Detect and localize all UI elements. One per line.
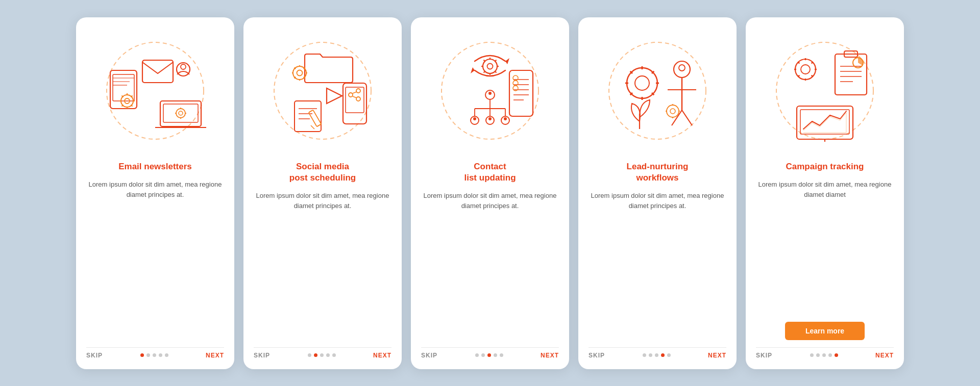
svg-point-85 [488, 117, 492, 120]
card-contact-list: Contactlist updating Lorem ipsum dolor s… [411, 17, 569, 369]
dot-5-1 [816, 353, 820, 357]
card-email-newsletters: Email newsletters Lorem ipsum dolor sit … [76, 17, 234, 369]
svg-marker-53 [505, 58, 509, 64]
dots-3 [475, 353, 503, 357]
dot-5-3 [828, 353, 832, 357]
card-title-social: Social mediapost scheduling [289, 161, 356, 184]
illustration-contact [429, 30, 551, 152]
dots-2 [308, 353, 336, 357]
dot-2-2 [320, 353, 324, 357]
skip-button-5[interactable]: SKIP [756, 352, 772, 359]
dots-1 [140, 353, 168, 357]
dot-4-0 [643, 353, 646, 357]
svg-point-30 [297, 70, 303, 75]
svg-rect-16 [142, 60, 173, 83]
illustration-email [94, 30, 216, 152]
svg-point-0 [107, 42, 204, 139]
learn-more-button[interactable]: Learn more [785, 322, 865, 340]
card-footer-contact: SKIP NEXT [421, 347, 559, 359]
dot-2-3 [326, 353, 330, 357]
card-body-campaign: Lorem ipsum dolor sit dim amet, mea regi… [756, 179, 894, 313]
svg-line-121 [798, 75, 799, 76]
card-title-email: Email newsletters [118, 161, 192, 172]
svg-point-56 [487, 63, 493, 69]
dot-3-3 [494, 353, 497, 357]
dot-1-4 [165, 353, 168, 357]
illustration-social [261, 30, 384, 152]
dot-2-0 [308, 353, 311, 357]
svg-line-63 [495, 60, 497, 61]
next-button-5[interactable]: NEXT [875, 352, 894, 359]
dot-3-4 [500, 353, 503, 357]
dot-3-0 [475, 353, 479, 357]
dot-2-1 [314, 353, 317, 357]
svg-point-22 [176, 109, 185, 118]
svg-marker-54 [471, 67, 475, 73]
card-footer-email: SKIP NEXT [86, 347, 224, 359]
svg-line-119 [812, 75, 813, 76]
skip-button-1[interactable]: SKIP [86, 352, 103, 359]
svg-rect-20 [163, 104, 198, 122]
svg-point-111 [776, 42, 873, 139]
svg-rect-40 [346, 87, 364, 113]
card-campaign-tracking: Campaign tracking Lorem ipsum dolor sit … [746, 17, 904, 369]
svg-line-61 [484, 60, 485, 61]
svg-point-42 [356, 89, 360, 93]
skip-button-2[interactable]: SKIP [254, 352, 270, 359]
dot-1-1 [146, 353, 150, 357]
card-footer-campaign: SKIP NEXT [756, 347, 894, 359]
svg-point-41 [349, 93, 353, 97]
dots-4 [643, 353, 671, 357]
card-footer-lead: SKIP NEXT [589, 347, 726, 359]
svg-point-43 [356, 97, 360, 101]
svg-line-118 [798, 62, 799, 63]
card-body-contact: Lorem ipsum dolor sit dim amet, mea regi… [421, 191, 559, 338]
svg-point-18 [181, 64, 186, 69]
svg-point-23 [179, 111, 183, 115]
dot-1-0 [140, 353, 144, 357]
svg-line-102 [682, 110, 692, 125]
svg-line-64 [484, 71, 485, 72]
card-title-contact: Contactlist updating [464, 161, 516, 184]
svg-point-84 [473, 117, 476, 120]
skip-button-3[interactable]: SKIP [421, 352, 437, 359]
skip-button-4[interactable]: SKIP [589, 352, 605, 359]
dot-3-1 [481, 353, 485, 357]
dot-4-1 [649, 353, 652, 357]
dots-5 [810, 353, 838, 357]
illustration-lead [596, 30, 719, 152]
svg-point-86 [504, 117, 507, 120]
card-lead-nurturing: Lead-nurturingworkflows Lorem ipsum dolo… [578, 17, 737, 369]
dot-1-3 [159, 353, 162, 357]
dot-5-4 [835, 353, 838, 357]
card-body-email: Lorem ipsum dolor sit dim amet, mea regi… [86, 179, 224, 338]
dot-1-2 [153, 353, 156, 357]
dot-2-4 [332, 353, 336, 357]
svg-line-44 [353, 92, 357, 93]
card-social-media: Social mediapost scheduling Lorem ipsum … [243, 17, 402, 369]
svg-point-113 [801, 65, 810, 74]
card-body-lead: Lorem ipsum dolor sit dim amet, mea regi… [589, 191, 726, 338]
svg-line-101 [672, 110, 682, 125]
svg-point-105 [667, 105, 679, 117]
illustration-campaign [764, 30, 886, 152]
next-button-2[interactable]: NEXT [373, 352, 391, 359]
dot-4-3 [661, 353, 665, 357]
dot-3-2 [487, 353, 491, 357]
svg-line-120 [812, 62, 813, 63]
card-footer-social: SKIP NEXT [254, 347, 391, 359]
svg-point-89 [635, 76, 649, 90]
dot-5-0 [810, 353, 814, 357]
card-body-social: Lorem ipsum dolor sit dim amet, mea regi… [254, 191, 391, 338]
svg-line-45 [353, 96, 357, 98]
svg-point-106 [670, 109, 675, 114]
svg-point-103 [679, 65, 685, 71]
dot-5-2 [822, 353, 826, 357]
next-button-1[interactable]: NEXT [206, 352, 224, 359]
card-title-lead: Lead-nurturingworkflows [627, 161, 689, 184]
svg-rect-50 [309, 110, 322, 126]
next-button-4[interactable]: NEXT [708, 352, 726, 359]
next-button-3[interactable]: NEXT [541, 352, 559, 359]
cards-container: Email newsletters Lorem ipsum dolor sit … [76, 17, 904, 369]
card-title-campaign: Campaign tracking [786, 161, 864, 172]
